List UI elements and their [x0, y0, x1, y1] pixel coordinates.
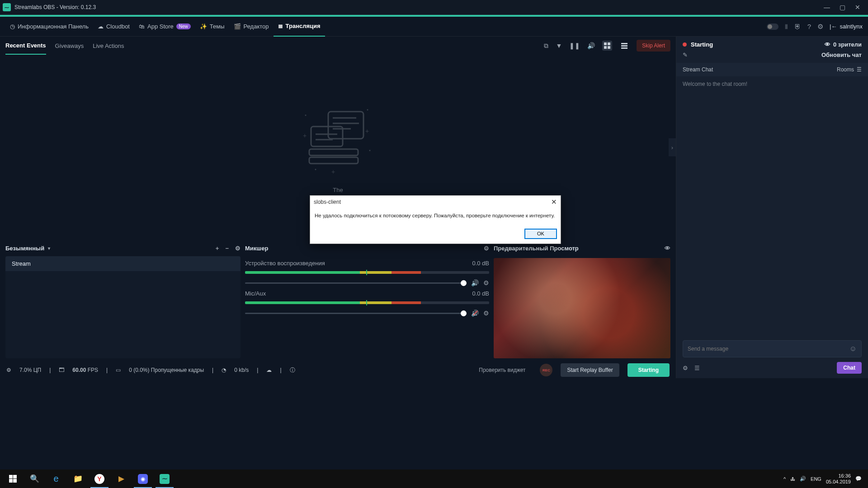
svg-rect-2	[604, 46, 607, 49]
mixer-item-settings-icon[interactable]: ⚙	[483, 310, 489, 317]
preview-visibility-icon[interactable]: 👁	[665, 245, 670, 252]
nav-cloudbot-label: Cloudbot	[106, 23, 130, 30]
help-icon[interactable]: ?	[807, 23, 811, 30]
taskbar-yandex[interactable]: Y	[89, 469, 110, 488]
chat-settings-icon[interactable]: ⚙	[683, 365, 688, 371]
audio-meter	[245, 301, 489, 304]
speaker-muted-icon[interactable]: 🔊	[471, 310, 479, 317]
minimize-button[interactable]: ―	[819, 0, 835, 15]
info-icon[interactable]: ⓘ	[290, 366, 295, 374]
fps-value: 60.00 FPS	[72, 367, 98, 373]
top-nav: ◷Информационная Панель ☁Cloudbot 🛍App St…	[0, 17, 868, 37]
skip-alert-button[interactable]: Skip Alert	[637, 40, 670, 52]
taskbar-edge[interactable]: e	[45, 469, 67, 488]
mixer-title: Микшер	[245, 245, 268, 252]
rooms-selector[interactable]: Rooms☰	[837, 66, 862, 73]
pause-icon[interactable]: ❚❚	[569, 42, 580, 49]
tab-giveaways[interactable]: Giveaways	[55, 37, 84, 55]
volume-slider[interactable]	[245, 313, 467, 314]
nav-themes[interactable]: ✨Темы	[195, 17, 229, 37]
expand-sidebar-button[interactable]: ›	[669, 138, 676, 156]
live-icon: ≣	[278, 23, 283, 29]
close-button[interactable]: ✕	[850, 0, 865, 15]
titlebar: ⁓ Streamlabs OBS - Version: 0.12.3 ― ▢ ✕	[0, 0, 868, 15]
app-logo-icon: ⁓	[3, 3, 11, 11]
preview-canvas[interactable]	[494, 258, 670, 358]
viewer-count: 👁0 зрители	[825, 41, 862, 48]
grid-view-icon[interactable]	[602, 41, 612, 51]
add-source-button[interactable]: +	[216, 245, 219, 252]
viewer-list-icon[interactable]: ☰	[694, 365, 700, 371]
nav-dashboard[interactable]: ◷Информационная Панель	[5, 17, 93, 37]
filter-icon[interactable]: ▼	[556, 42, 562, 49]
shield-icon[interactable]: ⛨	[794, 23, 801, 30]
dialog-ok-button[interactable]: OK	[524, 229, 557, 239]
cloud-status-icon[interactable]: ☁	[266, 367, 272, 373]
record-button[interactable]: REC	[540, 364, 552, 376]
scene-selector[interactable]: Безымянный▾	[5, 245, 50, 252]
chat-welcome-text: Welcome to the chat room!	[683, 81, 862, 87]
svg-rect-1	[608, 42, 610, 45]
sources-panel: Безымянный▾ + − ⚙ Stream	[5, 240, 241, 358]
list-view-icon[interactable]	[619, 41, 629, 51]
source-item[interactable]: Stream	[5, 256, 241, 271]
nav-appstore-label: App Store	[147, 23, 174, 30]
maximize-button[interactable]: ▢	[835, 0, 850, 15]
nav-live[interactable]: ≣Трансляция	[274, 17, 325, 37]
volume-slider[interactable]	[245, 282, 467, 284]
emoji-picker-icon[interactable]: ☺	[849, 345, 857, 353]
tab-recent-events[interactable]: Recent Events	[5, 37, 46, 55]
nav-appstore[interactable]: 🛍App StoreNew	[134, 17, 195, 37]
settings-icon[interactable]: ⚙	[817, 23, 823, 31]
stats-icon[interactable]: ⫴	[785, 23, 788, 31]
go-live-button[interactable]: Starting	[627, 363, 670, 377]
chat-messages: Welcome to the chat room!	[676, 76, 868, 336]
nav-editor[interactable]: 🎬Редактор	[229, 17, 274, 37]
tray-expand-icon[interactable]: ^	[783, 476, 786, 482]
tray-language[interactable]: ENG	[811, 476, 821, 482]
taskbar-discord[interactable]: ◉	[132, 469, 154, 488]
tab-live-actions[interactable]: Live Actions	[93, 37, 124, 55]
audio-meter	[245, 271, 489, 274]
mixer-item-settings-icon[interactable]: ⚙	[483, 279, 489, 286]
svg-point-16	[305, 114, 306, 116]
check-widget-button[interactable]: Проверить виджет	[472, 363, 532, 377]
chat-input[interactable]	[688, 346, 849, 352]
start-button[interactable]	[2, 469, 24, 488]
mixer-settings-button[interactable]: ⚙	[484, 245, 489, 252]
mute-alerts-icon[interactable]: 🔊	[587, 42, 595, 49]
taskbar-app1[interactable]: ▶	[110, 469, 132, 488]
speaker-icon[interactable]: 🔊	[471, 279, 479, 286]
svg-rect-23	[9, 475, 13, 479]
tray-volume-icon[interactable]: 🔊	[800, 476, 806, 482]
night-mode-toggle[interactable]	[767, 23, 778, 30]
nav-themes-label: Темы	[210, 23, 225, 30]
svg-point-17	[367, 109, 368, 110]
eye-icon: 👁	[825, 41, 830, 48]
mixer-item: Mic/Aux0.0 dB 🔊 ⚙	[245, 290, 489, 317]
tray-notifications-icon[interactable]: 💬	[855, 476, 862, 482]
popout-icon[interactable]: ⧉	[544, 42, 548, 50]
mixer-item-db: 0.0 dB	[472, 290, 489, 297]
mixer-panel: Микшер ⚙ Устройство воспроизведения0.0 d…	[245, 240, 489, 358]
user-menu[interactable]: |←salntlynx	[830, 23, 863, 30]
svg-rect-3	[608, 46, 610, 49]
search-button[interactable]: 🔍	[24, 469, 45, 488]
tray-network-icon[interactable]: 🖧	[790, 476, 795, 482]
refresh-chat-button[interactable]: Обновить чат	[821, 52, 862, 58]
dashboard-icon: ◷	[10, 23, 15, 30]
source-settings-button[interactable]: ⚙	[235, 245, 241, 252]
mixer-item-name: Устройство воспроизведения	[245, 260, 325, 267]
start-replay-button[interactable]: Start Replay Buffer	[561, 363, 619, 377]
tray-clock[interactable]: 16:3605.04.2019	[826, 473, 851, 484]
taskbar-explorer[interactable]: 📁	[67, 469, 89, 488]
send-chat-button[interactable]: Chat	[837, 362, 862, 374]
rooms-label: Rooms	[837, 66, 854, 73]
taskbar-slobs[interactable]: ⁓	[154, 469, 175, 488]
new-badge: New	[176, 23, 191, 29]
cpu-usage: 7.0% ЦП	[19, 367, 41, 373]
edit-stream-info-button[interactable]: ✎	[683, 52, 688, 58]
dialog-close-button[interactable]: ✕	[551, 198, 557, 206]
remove-source-button[interactable]: −	[225, 245, 229, 252]
nav-cloudbot[interactable]: ☁Cloudbot	[93, 17, 134, 37]
